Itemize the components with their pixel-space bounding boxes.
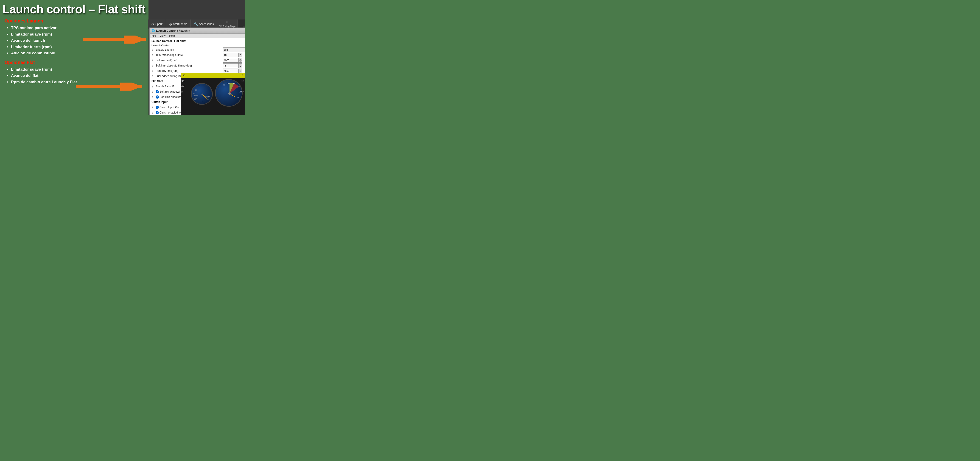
param-label: Soft limit absolute timing(deg) [156, 64, 223, 67]
flat-arrow [76, 82, 146, 90]
param-soft-timing: ⚙ Soft limit absolute timing(deg) -5 ▲ ▼ [151, 63, 245, 68]
list-item: Avance del flat [11, 73, 108, 79]
svg-text:90: 90 [223, 84, 225, 86]
coolant-gauge: 60 Coolant Temp °C Air TEMP -50 -40 [191, 83, 213, 105]
param-icon: ⚙ [151, 85, 156, 88]
param-icon: ⚙ [151, 106, 156, 109]
input-value: 4000 [224, 59, 229, 62]
tab-accessories-label: Accessories [199, 22, 214, 26]
param-value: -5 ▲ ▼ [223, 63, 245, 68]
spin-buttons[interactable]: ▲ ▼ [239, 63, 242, 68]
menu-help[interactable]: Help [169, 34, 175, 37]
spin-buttons[interactable]: ▲ ▼ [239, 68, 242, 73]
gauge-num: 17 [242, 91, 244, 93]
gauge-right-numbers: 16 17 [242, 79, 244, 93]
gauge-num: 16 [242, 79, 244, 82]
param-icon: ⚙ [151, 96, 156, 98]
soft-rev-input[interactable]: 4000 [223, 58, 239, 63]
list-item: Adición de combustible [11, 50, 108, 56]
section-launch-sub: Launch Control [151, 44, 245, 47]
tab-3d-tuning[interactable]: ✕ 3D Tuning Maps [217, 19, 238, 29]
param-icon: ⚙ [151, 111, 156, 114]
param-icon: ⚙ [151, 75, 156, 78]
list-item: Limitador suave (rpm) [11, 67, 108, 73]
accessories-icon: 🔧 [194, 22, 198, 26]
tab-startup-label: Startup/Idle [173, 22, 187, 26]
param-value: 10 ▲ ▼ [223, 53, 245, 57]
gauge-label: 30 [183, 74, 185, 77]
dialog-title: 🌐 Launch Control / Flat shift [151, 29, 190, 32]
input-value: 10 [224, 54, 226, 56]
svg-text:-50: -50 [194, 89, 197, 91]
input-value: 4500 [224, 70, 229, 72]
param-value: 4000 ▲ ▼ [223, 58, 245, 63]
section1-title: Opciones Launch [5, 18, 108, 24]
param-tps-threshold: ⚙ TPS threshold(%TPS) 10 ▲ ▼ [151, 53, 245, 57]
spin-up[interactable]: ▲ [239, 53, 242, 55]
tab-startup[interactable]: ◑ Startup/Idle [166, 19, 191, 29]
gauge-num: 00 [181, 79, 183, 82]
coolant-gauge-svg: 60 Coolant Temp °C Air TEMP -50 -40 [192, 84, 213, 106]
spin-down[interactable]: ▼ [239, 60, 242, 63]
section-launch-header: Launch Control / Flat shift [151, 40, 245, 43]
param-label: TPS threshold(%TPS) [156, 54, 223, 57]
spin-buttons[interactable]: ▲ ▼ [239, 58, 242, 63]
param-enable-launch: ⚙ Enable Launch Yes ▼ [151, 48, 245, 52]
launch-arrow [83, 36, 149, 44]
list-item: Limitador fuerte (rpm) [11, 44, 108, 50]
section2-list: Limitador suave (rpm) Avance del flat Rp… [5, 67, 108, 85]
param-label: Soft rev limit(rpm) [156, 59, 223, 62]
section2-title: Opciones Flat [5, 60, 108, 65]
speed-gauge: 90 100 110 120 130 16 [215, 79, 243, 107]
help-icon[interactable]: ? [156, 95, 159, 98]
param-value: Yes ▼ [223, 48, 245, 52]
dialog-icon: 🌐 [151, 29, 155, 32]
tab-spark-label: Spark [155, 22, 162, 26]
help-icon[interactable]: ? [156, 106, 159, 109]
svg-text:120: 120 [237, 85, 241, 87]
spin-up[interactable]: ▲ [239, 58, 242, 60]
spark-icon: ⚙ [151, 22, 154, 26]
3d-tuning-icon: ✕ [226, 20, 229, 24]
left-panel: Opciones Launch TPS mínimo para activar … [5, 18, 108, 89]
gauge-header: 30 0 [181, 73, 245, 78]
svg-text:Temp: Temp [194, 97, 197, 99]
hard-rev-input[interactable]: 4500 [223, 68, 239, 73]
svg-point-23 [202, 93, 204, 95]
dropdown-value: Yes [224, 48, 228, 51]
spin-up[interactable]: ▲ [239, 63, 242, 66]
soft-timing-input[interactable]: -5 [223, 63, 239, 68]
gauge-side-numbers: 00 - 17 [181, 79, 183, 93]
dialog-title-text: Launch Control / Flat shift [156, 29, 190, 32]
param-label: Hard rev limit(rpm) [156, 69, 223, 73]
svg-text:°C: °C [202, 101, 204, 102]
enable-launch-dropdown[interactable]: Yes ▼ [223, 48, 245, 52]
gauge-value: 0 [242, 74, 243, 77]
dialog-titlebar: 🌐 Launch Control / Flat shift ✕ [150, 28, 245, 34]
help-icon[interactable]: ? [156, 111, 159, 114]
svg-point-12 [228, 92, 231, 95]
menu-file[interactable]: File [151, 34, 156, 37]
svg-text:Coolant: Coolant [193, 95, 198, 97]
gauge-num: - [181, 85, 183, 88]
param-icon: ⚙ [151, 65, 156, 67]
spin-buttons[interactable]: ▲ ▼ [239, 53, 242, 57]
tps-threshold-input[interactable]: 10 [223, 53, 239, 57]
spin-up[interactable]: ▲ [239, 69, 242, 71]
param-icon: ⚙ [151, 70, 156, 72]
menu-view[interactable]: View [159, 34, 165, 37]
svg-text:TEMP: TEMP [205, 96, 210, 98]
spin-down[interactable]: ▼ [239, 55, 242, 57]
svg-text:16: 16 [237, 97, 239, 98]
tab-spark[interactable]: ⚙ Spark [148, 19, 166, 29]
dialog-menubar: File View Help [150, 34, 245, 38]
svg-text:110: 110 [233, 82, 236, 84]
spin-down[interactable]: ▼ [239, 66, 242, 68]
tab-accessories[interactable]: 🔧 Accessories [191, 19, 217, 29]
param-hard-rev: ⚙ Hard rev limit(rpm) 4500 ▲ ▼ [151, 68, 245, 73]
param-value: 4500 ▲ ▼ [223, 68, 245, 73]
svg-text:100: 100 [227, 82, 231, 84]
help-icon[interactable]: ? [156, 90, 159, 93]
startup-icon: ◑ [169, 22, 172, 26]
speed-gauge-svg: 90 100 110 120 130 16 [216, 80, 243, 107]
